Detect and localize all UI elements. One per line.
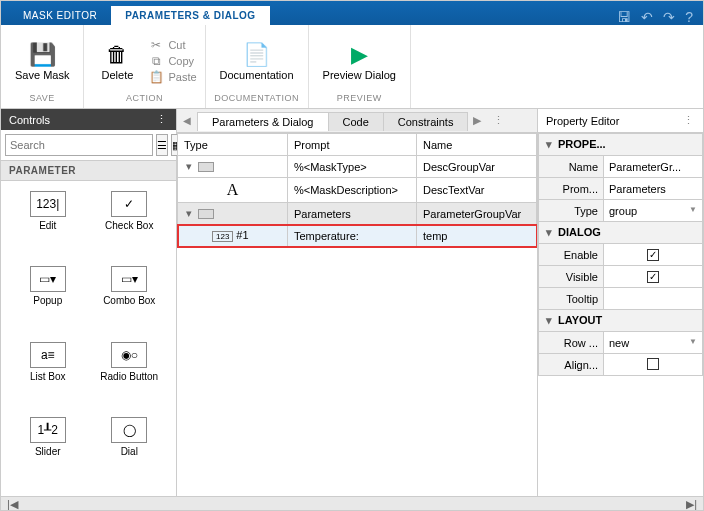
scroll-right-icon[interactable]: ▶| xyxy=(686,498,697,511)
control-label: Popup xyxy=(33,295,62,306)
control-item-combo-box[interactable]: ▭▾Combo Box xyxy=(91,266,169,335)
controls-panel-header: Controls ⋮ xyxy=(1,109,176,130)
group-preview-label: PREVIEW xyxy=(337,93,382,105)
paste-button[interactable]: 📋Paste xyxy=(148,70,196,84)
section-properties[interactable]: ▾PROPE... xyxy=(539,134,703,156)
prop-name-field[interactable]: ParameterGr... xyxy=(604,156,703,178)
tab-constraints[interactable]: Constraints xyxy=(383,112,469,131)
undo-icon[interactable]: ↶ xyxy=(641,9,653,25)
prop-type-dropdown[interactable]: group▼ xyxy=(604,200,703,222)
control-icon: ✓ xyxy=(111,191,147,217)
controls-menu-icon[interactable]: ⋮ xyxy=(156,113,168,126)
save-mask-icon: 💾 xyxy=(29,41,56,69)
group-action-label: ACTION xyxy=(126,93,163,105)
clipboard-icon: 📋 xyxy=(148,70,164,84)
folder-icon xyxy=(198,209,214,219)
enable-checkbox[interactable]: ✓ xyxy=(647,249,659,261)
tabs-scroll-right-icon[interactable]: ▶ xyxy=(467,114,487,127)
control-item-dial[interactable]: ◯Dial xyxy=(91,417,169,486)
edit-type-icon: 123 xyxy=(212,231,233,242)
control-icon: 123| xyxy=(30,191,66,217)
cut-button[interactable]: ✂Cut xyxy=(148,38,196,52)
control-item-check-box[interactable]: ✓Check Box xyxy=(91,191,169,260)
copy-button[interactable]: ⧉Copy xyxy=(148,54,196,68)
control-label: Edit xyxy=(39,220,56,231)
control-icon: a≡ xyxy=(30,342,66,368)
control-label: Dial xyxy=(121,446,138,457)
save-icon[interactable]: 🖫 xyxy=(617,9,631,25)
group-doc-label: DOCUMENTATION xyxy=(214,93,299,105)
table-row[interactable]: A %<MaskDescription> DescTextVar xyxy=(178,178,537,203)
control-icon: 1┸2 xyxy=(30,417,66,443)
col-prompt[interactable]: Prompt xyxy=(288,134,417,156)
tabs-menu-icon[interactable]: ⋮ xyxy=(487,114,510,127)
save-mask-button[interactable]: 💾 Save Mask xyxy=(9,29,75,93)
prop-prompt-field[interactable]: Parameters xyxy=(604,178,703,200)
tab-code[interactable]: Code xyxy=(328,112,384,131)
table-row[interactable]: ▾ Parameters ParameterGroupVar xyxy=(178,203,537,225)
scroll-left-icon[interactable]: |◀ xyxy=(7,498,18,511)
prop-tooltip-field[interactable] xyxy=(604,288,703,310)
control-item-radio-button[interactable]: ◉○Radio Button xyxy=(91,342,169,411)
doc-icon: 📄 xyxy=(243,41,270,69)
search-input[interactable] xyxy=(5,134,153,156)
collapse-icon[interactable]: ▾ xyxy=(184,207,194,220)
copy-icon: ⧉ xyxy=(148,54,164,68)
control-label: Check Box xyxy=(105,220,153,231)
control-icon: ◉○ xyxy=(111,342,147,368)
property-table: ▾PROPE... NameParameterGr... Prom...Para… xyxy=(538,133,703,376)
control-item-edit[interactable]: 123|Edit xyxy=(9,191,87,260)
tab-parameters-dialog[interactable]: PARAMETERS & DIALOG xyxy=(111,6,269,25)
tab-params-dialog[interactable]: Parameters & Dialog xyxy=(197,112,329,131)
play-icon: ▶ xyxy=(351,41,368,69)
control-label: List Box xyxy=(30,371,66,382)
delete-label: Delete xyxy=(102,69,134,81)
section-layout[interactable]: ▾LAYOUT xyxy=(539,310,703,332)
property-editor-header: Property Editor ⋮ xyxy=(538,109,703,133)
documentation-button[interactable]: 📄 Documentation xyxy=(214,29,300,93)
control-icon: ▭▾ xyxy=(111,266,147,292)
table-row[interactable]: ▾ %<MaskType> DescGroupVar xyxy=(178,156,537,178)
folder-icon xyxy=(198,162,214,172)
parameter-section-header: PARAMETER xyxy=(1,160,176,181)
table-row-selected[interactable]: 123#1 Temperature: temp xyxy=(178,225,537,247)
control-icon: ◯ xyxy=(111,417,147,443)
collapse-icon[interactable]: ▾ xyxy=(184,160,194,173)
tab-mask-editor[interactable]: MASK EDITOR xyxy=(9,6,111,25)
help-icon[interactable]: ? xyxy=(685,9,693,25)
save-mask-label: Save Mask xyxy=(15,69,69,81)
redo-icon[interactable]: ↷ xyxy=(663,9,675,25)
control-icon: ▭▾ xyxy=(30,266,66,292)
list-view-icon[interactable]: ☰ xyxy=(156,134,168,156)
control-item-popup[interactable]: ▭▾Popup xyxy=(9,266,87,335)
preview-dialog-button[interactable]: ▶ Preview Dialog xyxy=(317,29,402,93)
trash-icon: 🗑 xyxy=(106,41,128,69)
parameters-table: Type Prompt Name ▾ %<MaskType> DescGroup… xyxy=(177,133,537,247)
tabs-scroll-left-icon[interactable]: ◀ xyxy=(179,115,195,126)
preview-label: Preview Dialog xyxy=(323,69,396,81)
col-name[interactable]: Name xyxy=(417,134,537,156)
align-checkbox[interactable] xyxy=(647,358,659,370)
control-item-list-box[interactable]: a≡List Box xyxy=(9,342,87,411)
col-type[interactable]: Type xyxy=(178,134,288,156)
scissors-icon: ✂ xyxy=(148,38,164,52)
prop-row-dropdown[interactable]: new▼ xyxy=(604,332,703,354)
property-menu-icon[interactable]: ⋮ xyxy=(683,114,695,127)
visible-checkbox[interactable]: ✓ xyxy=(647,271,659,283)
section-dialog[interactable]: ▾DIALOG xyxy=(539,222,703,244)
group-save-label: SAVE xyxy=(30,93,55,105)
control-label: Radio Button xyxy=(100,371,158,382)
control-label: Combo Box xyxy=(103,295,155,306)
text-type-icon: A xyxy=(223,181,243,199)
control-label: Slider xyxy=(35,446,61,457)
control-item-slider[interactable]: 1┸2Slider xyxy=(9,417,87,486)
documentation-label: Documentation xyxy=(220,69,294,81)
delete-button[interactable]: 🗑 Delete xyxy=(92,29,142,93)
